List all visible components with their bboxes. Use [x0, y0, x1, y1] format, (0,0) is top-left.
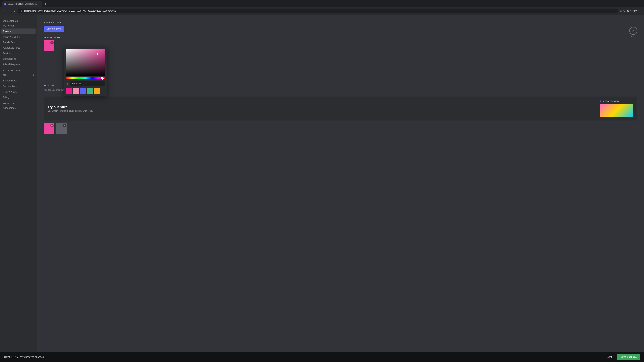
- url-text: discord.com/channels/1182346851781984336…: [24, 9, 116, 12]
- profile-effect-label: PROFILE EFFECT: [44, 22, 637, 24]
- sidebar-label-devices: Devices: [3, 52, 12, 55]
- esc-circle: ✕: [629, 27, 637, 35]
- back-button[interactable]: ←: [2, 8, 6, 13]
- nitro-preview-text: NITRO PREVIEW: [602, 100, 619, 102]
- esc-button[interactable]: ✕ ESC: [629, 27, 637, 37]
- banner-color-label: BANNER COLOR: [44, 36, 637, 38]
- tab-title: Discord | Profiles | User Settings: [8, 3, 36, 5]
- avatar-box-2[interactable]: ✏: [56, 123, 67, 134]
- discord-favicon: d: [4, 3, 6, 5]
- nitro-preview-label: ◆ NITRO PREVIEW: [600, 100, 633, 102]
- nav-bar: ← → ↻ 🔒 discord.com/channels/11823468517…: [0, 7, 644, 15]
- sidebar: USER SETTINGS My Account Profiles Privac…: [0, 15, 37, 362]
- sidebar-label-friend-requests: Friend Requests: [3, 63, 20, 66]
- change-effect-button[interactable]: Change Effect: [44, 26, 64, 32]
- avatar-preview-row: ✏ ✏: [44, 123, 637, 134]
- hex-input-row: ⊕: [66, 81, 105, 86]
- sidebar-item-nitro[interactable]: Nitro: [1, 72, 36, 78]
- nitro-promo-left: Try out Nitro! See what your profile cou…: [48, 105, 93, 112]
- nitro-promo-title: Try out Nitro!: [48, 105, 93, 109]
- reset-button[interactable]: Reset: [603, 354, 615, 360]
- hue-slider[interactable]: [66, 77, 105, 79]
- sidebar-label-subscriptions: Subscriptions: [3, 85, 17, 87]
- save-bar-message: Careful — you have unsaved changes!: [4, 356, 600, 358]
- reload-button[interactable]: ↻: [13, 8, 16, 13]
- bookmark-icon[interactable]: ☆: [620, 9, 622, 12]
- swatch-green[interactable]: [87, 88, 93, 94]
- sidebar-label-authorized-apps: Authorized Apps: [3, 46, 20, 49]
- sidebar-item-subscriptions[interactable]: Subscriptions: [1, 83, 36, 89]
- incognito-badge: 🕵 Incognito: [626, 9, 638, 12]
- sidebar-label-connections: Connections: [3, 57, 16, 60]
- split-view-icon[interactable]: ⧉: [623, 9, 625, 12]
- sidebar-label-family-center: Family Center: [3, 41, 18, 43]
- banner-color-section: BANNER COLOR ✏: [44, 36, 637, 51]
- swatch-pink[interactable]: [66, 88, 72, 94]
- incognito-icon: 🕵: [626, 9, 629, 12]
- avatar-box-1[interactable]: ✏: [44, 123, 54, 134]
- sidebar-item-privacy-safety[interactable]: Privacy & Safety: [1, 34, 36, 39]
- about-me-section: ABOUT ME You can use markdown and links …: [44, 85, 637, 91]
- billing-settings-label: BILLING SETTINGS: [1, 68, 36, 72]
- color-gradient-picker[interactable]: [66, 49, 105, 76]
- nav-right-icons: ☆ ⧉ 🕵 Incognito ⋮: [620, 9, 642, 12]
- sidebar-item-profiles[interactable]: Profiles: [1, 28, 36, 34]
- swatch-light-pink[interactable]: [73, 88, 79, 94]
- sidebar-label-gift-inventory: Gift Inventory: [3, 90, 17, 93]
- sidebar-item-connections[interactable]: Connections: [1, 56, 36, 61]
- tab-bar: d Discord | Profiles | User Settings ✕ +: [0, 0, 644, 7]
- save-changes-button[interactable]: Save Changes: [617, 354, 640, 360]
- sidebar-item-friend-requests[interactable]: Friend Requests: [1, 62, 36, 67]
- profile-effect-section: PROFILE EFFECT Change Effect: [44, 22, 637, 32]
- sidebar-item-gift-inventory[interactable]: Gift Inventory: [1, 89, 36, 94]
- lock-icon: 🔒: [20, 10, 23, 12]
- color-cursor[interactable]: [97, 53, 99, 55]
- close-tab-button[interactable]: ✕: [38, 3, 40, 5]
- forward-button[interactable]: →: [8, 8, 12, 13]
- app-container: USER SETTINGS My Account Profiles Privac…: [0, 15, 644, 362]
- sidebar-item-appearance[interactable]: Appearance: [1, 105, 36, 111]
- sidebar-label-privacy-safety: Privacy & Safety: [3, 35, 20, 38]
- nitro-dot-icon: [32, 74, 34, 76]
- new-tab-button[interactable]: +: [44, 2, 48, 6]
- color-swatches: [66, 88, 105, 94]
- nitro-preview-right: ◆ NITRO PREVIEW: [600, 100, 633, 117]
- sidebar-label-profiles: Profiles: [3, 30, 11, 32]
- sidebar-label-billing: Billing: [3, 96, 9, 98]
- nitro-gem-icon: ◆: [600, 100, 602, 102]
- sidebar-label-server-boost: Server Boost: [3, 79, 16, 82]
- color-picker-popup: ⊕: [64, 47, 107, 96]
- main-content: ✕ ESC PROFILE EFFECT Change Effect BANNE…: [37, 15, 644, 362]
- active-tab[interactable]: d Discord | Profiles | User Settings ✕: [2, 1, 42, 7]
- user-settings-label: USER SETTINGS: [1, 19, 36, 23]
- sidebar-item-billing[interactable]: Billing: [1, 94, 36, 100]
- edit-pencil-icon: ✏: [50, 41, 54, 44]
- address-bar[interactable]: 🔒 discord.com/channels/11823468517819843…: [18, 8, 618, 13]
- about-me-text: You can use markdown and links if you'd …: [44, 89, 637, 91]
- sidebar-item-family-center[interactable]: Family Center: [1, 39, 36, 45]
- swatch-yellow[interactable]: [94, 88, 100, 94]
- esc-label: ESC: [631, 35, 635, 37]
- hue-thumb[interactable]: [101, 77, 104, 80]
- banner-color-preview[interactable]: ✏: [44, 40, 54, 51]
- about-me-label: ABOUT ME: [44, 85, 637, 87]
- sidebar-item-devices[interactable]: Devices: [1, 51, 36, 56]
- menu-icon[interactable]: ⋮: [639, 9, 642, 12]
- incognito-label: Incognito: [630, 9, 638, 12]
- sidebar-item-my-account[interactable]: My Account: [1, 23, 36, 28]
- app-settings-label: APP SETTINGS: [1, 101, 36, 105]
- hue-slider-container: [66, 77, 105, 79]
- color-gradient-overlay: [66, 49, 105, 76]
- eyedropper-button[interactable]: ⊕: [66, 82, 69, 86]
- edit-icon-2: ✏: [63, 124, 66, 127]
- sidebar-label-nitro: Nitro: [3, 74, 8, 76]
- nitro-promo-desc: See what your profile could look like wi…: [48, 110, 93, 112]
- nitro-promo-section: Try out Nitro! See what your profile cou…: [44, 96, 637, 120]
- nitro-preview-image: [600, 104, 633, 117]
- hex-input[interactable]: [70, 81, 105, 86]
- edit-icon-1: ✏: [50, 124, 54, 127]
- sidebar-item-authorized-apps[interactable]: Authorized Apps: [1, 45, 36, 50]
- sidebar-label-my-account: My Account: [3, 24, 15, 27]
- sidebar-item-server-boost[interactable]: Server Boost: [1, 78, 36, 83]
- swatch-blue[interactable]: [80, 88, 86, 94]
